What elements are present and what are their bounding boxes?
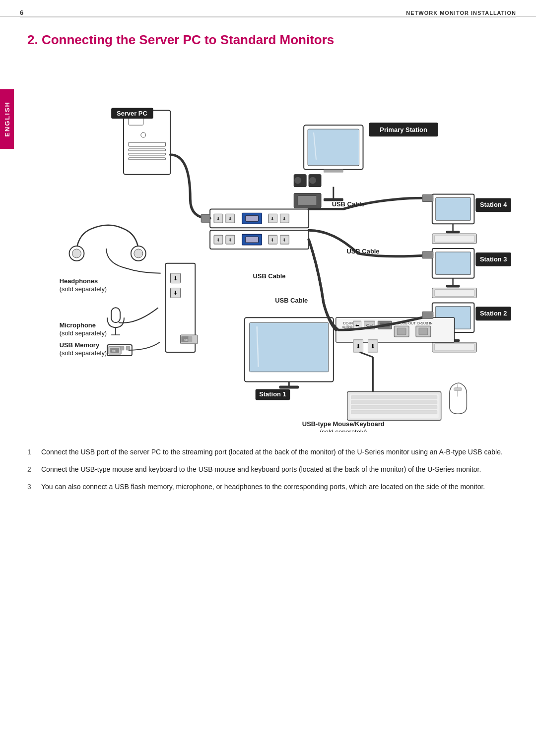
svg-rect-99 — [422, 312, 433, 318]
svg-text:⬇: ⬇ — [216, 216, 220, 221]
svg-text:⬇: ⬇ — [216, 238, 220, 243]
svg-rect-74 — [279, 386, 299, 389]
svg-text:(sold separately): (sold separately) — [60, 329, 107, 337]
svg-text:Station 4: Station 4 — [480, 201, 507, 208]
svg-rect-43 — [201, 214, 210, 222]
svg-text:(sold separately): (sold separately) — [60, 349, 107, 357]
instruction-num-1: 1 — [27, 447, 35, 457]
instruction-num-3: 3 — [27, 482, 35, 492]
svg-text:⬇: ⬇ — [228, 216, 232, 221]
svg-text:Station 2: Station 2 — [480, 310, 507, 317]
svg-text:Station 1: Station 1 — [259, 390, 286, 398]
svg-text:USB-type Mouse/Keyboard: USB-type Mouse/Keyboard — [302, 420, 385, 428]
svg-point-18 — [309, 177, 316, 184]
svg-rect-125 — [120, 346, 124, 350]
svg-rect-92 — [419, 328, 428, 335]
svg-rect-131 — [351, 395, 437, 399]
instruction-num-2: 2 — [27, 464, 35, 475]
svg-line-138 — [360, 352, 373, 357]
svg-rect-90 — [397, 328, 406, 335]
svg-text:⬇: ⬇ — [282, 216, 286, 221]
svg-rect-57 — [446, 285, 460, 288]
side-tab: ENGLISH — [0, 89, 14, 149]
svg-rect-132 — [351, 400, 437, 404]
svg-rect-13 — [324, 170, 343, 173]
svg-rect-62 — [422, 252, 433, 258]
svg-text:USB Cable: USB Cable — [253, 272, 285, 280]
instruction-text-2: Connect the USB-type mouse and keyboard … — [41, 464, 511, 475]
diagram-svg: Server PC Primary Station — [27, 60, 511, 432]
svg-text:⬇: ⬇ — [270, 238, 274, 243]
side-tab-label: ENGLISH — [3, 101, 11, 137]
svg-text:⬇: ⬇ — [228, 238, 232, 243]
svg-text:⬇: ⬇ — [356, 343, 361, 350]
instruction-item-2: 2 Connect the USB-type mouse and keyboar… — [27, 464, 511, 475]
svg-rect-38 — [246, 237, 259, 243]
svg-point-16 — [294, 177, 301, 184]
svg-rect-59 — [435, 290, 474, 297]
header-title: NETWORK MONITOR INSTALLATION — [406, 10, 516, 16]
svg-rect-45 — [436, 198, 471, 221]
svg-text:(sold separately): (sold separately) — [320, 428, 367, 432]
svg-text:USB Cable: USB Cable — [346, 248, 379, 255]
page-header: 6 NETWORK MONITOR INSTALLATION — [0, 0, 536, 17]
svg-rect-76 — [250, 322, 329, 372]
svg-rect-136 — [454, 388, 462, 391]
instruction-item-3: 3 You can also connect a USB flash memor… — [27, 482, 511, 492]
svg-text:(sold separately): (sold separately) — [60, 285, 107, 293]
primary-station-label: Primary Station — [380, 126, 427, 133]
svg-rect-49 — [435, 235, 474, 242]
svg-text:Headphones: Headphones — [60, 277, 98, 285]
svg-rect-116 — [111, 308, 120, 322]
main-content: 2. Connecting the Server PC to Standard … — [0, 17, 536, 514]
svg-text:USB Memory: USB Memory — [60, 341, 100, 349]
diagram-area: Server PC Primary Station — [27, 60, 511, 432]
instruction-text-3: You can also connect a USB flash memory,… — [41, 482, 511, 492]
svg-text:D-SUB IN: D-SUB IN — [417, 321, 433, 325]
svg-rect-27 — [246, 215, 259, 221]
svg-rect-69 — [435, 344, 474, 351]
svg-text:Station 3: Station 3 — [480, 255, 507, 263]
svg-point-113 — [134, 249, 143, 258]
instruction-text-1: Connect the USB port of the server PC to… — [41, 447, 511, 457]
svg-text:08: 08 — [112, 349, 116, 352]
instruction-item-1: 1 Connect the USB port of the server PC … — [27, 447, 511, 457]
svg-text:Microphone: Microphone — [60, 321, 96, 329]
svg-text:08: 08 — [184, 338, 188, 341]
svg-text:⬇: ⬇ — [270, 216, 274, 221]
svg-text:USB Cable: USB Cable — [332, 200, 365, 208]
svg-text:DC-IN/: DC-IN/ — [343, 321, 354, 325]
svg-text:⬇: ⬇ — [173, 290, 178, 296]
svg-point-111 — [72, 249, 81, 258]
svg-rect-52 — [422, 195, 433, 202]
section-title: 2. Connecting the Server PC to Standard … — [27, 32, 511, 48]
svg-text:⬇: ⬇ — [173, 275, 178, 281]
svg-text:⬇: ⬇ — [370, 343, 375, 350]
svg-text:⬇: ⬇ — [282, 238, 286, 243]
svg-text:⬅: ⬅ — [355, 323, 359, 328]
page-number: 6 — [20, 9, 23, 16]
svg-rect-109 — [188, 336, 192, 342]
svg-rect-55 — [436, 252, 471, 275]
svg-rect-134 — [351, 410, 437, 414]
svg-rect-126 — [126, 346, 130, 350]
svg-text:USB Cable: USB Cable — [275, 297, 308, 304]
instruction-list: 1 Connect the USB port of the server PC … — [27, 447, 511, 492]
server-pc-label: Server PC — [117, 110, 147, 117]
svg-rect-47 — [446, 231, 460, 233]
svg-rect-20 — [298, 196, 317, 206]
svg-rect-133 — [351, 405, 437, 409]
